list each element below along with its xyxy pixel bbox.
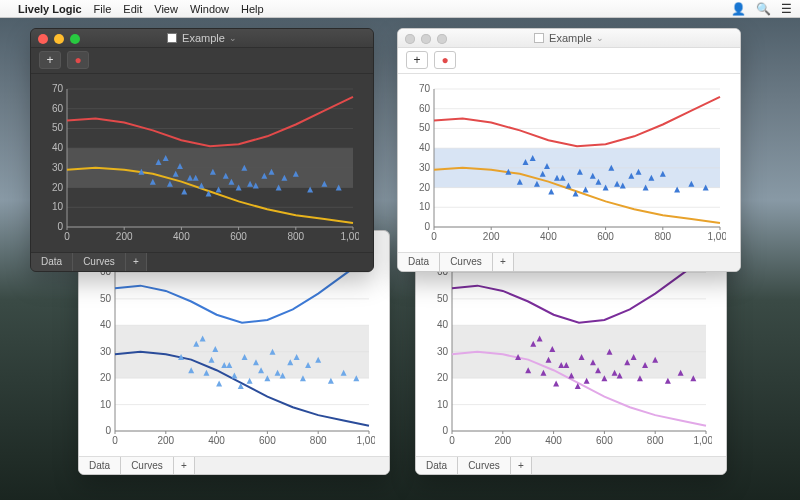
svg-marker-38 xyxy=(216,380,222,386)
svg-text:40: 40 xyxy=(52,142,64,153)
tab-data[interactable]: Data xyxy=(31,253,73,271)
svg-text:800: 800 xyxy=(287,231,304,242)
svg-text:20: 20 xyxy=(52,181,64,192)
svg-text:30: 30 xyxy=(437,346,449,357)
title-chevron-icon[interactable]: ⌄ xyxy=(596,33,604,43)
svg-text:400: 400 xyxy=(208,435,225,446)
tab-data[interactable]: Data xyxy=(398,253,440,271)
titlebar[interactable]: Example ⌄ xyxy=(398,29,740,48)
svg-text:50: 50 xyxy=(437,293,449,304)
menu-extras-icon[interactable]: ☰ xyxy=(781,2,792,16)
menu-edit[interactable]: Edit xyxy=(123,3,142,15)
svg-text:1,000: 1,000 xyxy=(707,231,726,242)
svg-text:40: 40 xyxy=(100,319,112,330)
menu-window[interactable]: Window xyxy=(190,3,229,15)
palette-button[interactable]: ● xyxy=(434,51,456,69)
svg-text:70: 70 xyxy=(419,84,431,94)
tab-bar: Data Curves + xyxy=(31,252,373,271)
svg-text:400: 400 xyxy=(173,231,190,242)
svg-text:50: 50 xyxy=(52,122,64,133)
svg-text:60: 60 xyxy=(419,102,431,113)
svg-text:0: 0 xyxy=(57,221,63,232)
svg-text:0: 0 xyxy=(431,231,437,242)
close-button[interactable] xyxy=(38,34,48,44)
tab-bar: Data Curves + xyxy=(79,456,389,474)
svg-text:0: 0 xyxy=(442,425,448,436)
svg-text:200: 200 xyxy=(116,231,133,242)
system-menubar: Lively Logic File Edit View Window Help … xyxy=(0,0,800,18)
tab-data[interactable]: Data xyxy=(79,457,121,474)
tab-bar: Data Curves + xyxy=(416,456,726,474)
titlebar[interactable]: Example ⌄ xyxy=(31,29,373,48)
svg-text:60: 60 xyxy=(52,102,64,113)
svg-marker-156 xyxy=(181,188,187,194)
chart-area[interactable]: 01020304050607002004006008001,000 xyxy=(31,74,373,252)
svg-text:800: 800 xyxy=(310,435,327,446)
svg-text:0: 0 xyxy=(112,435,118,446)
svg-marker-103 xyxy=(584,378,590,384)
svg-text:30: 30 xyxy=(419,161,431,172)
close-button[interactable] xyxy=(405,34,415,44)
minimize-button[interactable] xyxy=(54,34,64,44)
traffic-lights xyxy=(405,34,447,44)
svg-text:40: 40 xyxy=(419,142,431,153)
svg-text:600: 600 xyxy=(230,231,247,242)
svg-text:10: 10 xyxy=(52,201,64,212)
tab-curves[interactable]: Curves xyxy=(440,253,493,271)
toolbar: + ● xyxy=(398,48,740,73)
svg-text:30: 30 xyxy=(100,346,112,357)
add-button[interactable]: + xyxy=(39,51,61,69)
svg-text:200: 200 xyxy=(494,435,511,446)
proxy-icon[interactable] xyxy=(167,33,177,43)
tab-add[interactable]: + xyxy=(126,253,147,271)
svg-text:800: 800 xyxy=(654,231,671,242)
document-window[interactable]: Example ⌄ + ● 01020304050607002004006008… xyxy=(397,28,741,272)
svg-text:200: 200 xyxy=(157,435,174,446)
app-menu[interactable]: Lively Logic xyxy=(18,3,82,15)
svg-marker-115 xyxy=(665,378,671,384)
svg-text:30: 30 xyxy=(52,161,64,172)
svg-text:400: 400 xyxy=(545,435,562,446)
svg-text:10: 10 xyxy=(437,399,449,410)
zoom-button[interactable] xyxy=(70,34,80,44)
svg-text:70: 70 xyxy=(52,84,64,94)
tab-add[interactable]: + xyxy=(511,457,532,474)
palette-button[interactable]: ● xyxy=(67,51,89,69)
proxy-icon[interactable] xyxy=(534,33,544,43)
toolbar: + ● xyxy=(31,48,373,73)
menu-file[interactable]: File xyxy=(94,3,112,15)
add-button[interactable]: + xyxy=(406,51,428,69)
user-icon[interactable]: 👤 xyxy=(731,2,746,16)
tab-curves[interactable]: Curves xyxy=(458,457,511,474)
svg-text:20: 20 xyxy=(437,372,449,383)
window-title: Example xyxy=(182,32,225,44)
tab-add[interactable]: + xyxy=(493,253,514,271)
svg-text:600: 600 xyxy=(596,435,613,446)
svg-text:40: 40 xyxy=(437,319,449,330)
tab-bar: Data Curves + xyxy=(398,252,740,271)
search-icon[interactable]: 🔍 xyxy=(756,2,771,16)
svg-text:400: 400 xyxy=(540,231,557,242)
svg-text:800: 800 xyxy=(647,435,664,446)
minimize-button[interactable] xyxy=(421,34,431,44)
tab-curves[interactable]: Curves xyxy=(121,457,174,474)
svg-text:200: 200 xyxy=(483,231,500,242)
svg-text:20: 20 xyxy=(100,372,112,383)
svg-text:10: 10 xyxy=(100,399,112,410)
svg-text:1,000: 1,000 xyxy=(356,435,375,446)
menu-help[interactable]: Help xyxy=(241,3,264,15)
window-title: Example xyxy=(549,32,592,44)
svg-text:0: 0 xyxy=(105,425,111,436)
svg-text:1,000: 1,000 xyxy=(693,435,712,446)
tab-curves[interactable]: Curves xyxy=(73,253,126,271)
chart-area[interactable]: 01020304050607002004006008001,000 xyxy=(398,74,740,252)
svg-marker-215 xyxy=(548,188,554,194)
svg-text:1,000: 1,000 xyxy=(340,231,359,242)
zoom-button[interactable] xyxy=(437,34,447,44)
menu-view[interactable]: View xyxy=(154,3,178,15)
svg-text:20: 20 xyxy=(419,181,431,192)
title-chevron-icon[interactable]: ⌄ xyxy=(229,33,237,43)
tab-add[interactable]: + xyxy=(174,457,195,474)
tab-data[interactable]: Data xyxy=(416,457,458,474)
document-window[interactable]: Example ⌄ + ● 01020304050607002004006008… xyxy=(30,28,374,272)
